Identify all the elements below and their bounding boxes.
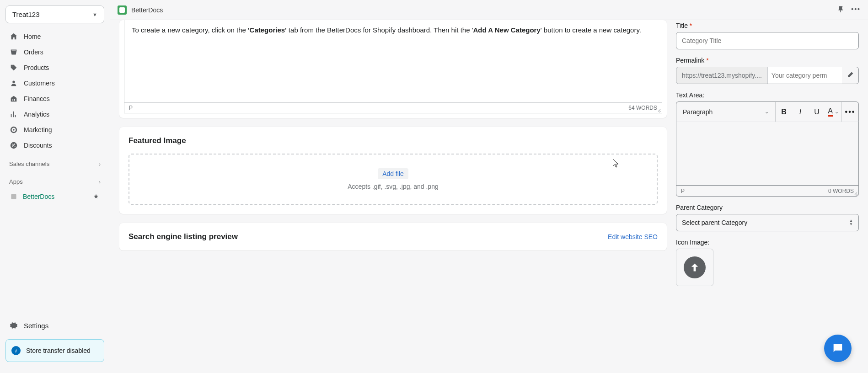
chat-fab[interactable] (824, 335, 852, 362)
nav-home-label: Home (24, 33, 41, 40)
seo-card: Search engine listing preview Edit websi… (119, 223, 667, 250)
resize-handle[interactable] (853, 191, 857, 195)
analytics-icon (9, 110, 18, 119)
nav-list: Home Orders Products Customers Finances … (0, 29, 110, 153)
nav-settings[interactable]: Settings (0, 317, 110, 334)
seo-edit-link[interactable]: Edit website SEO (608, 233, 658, 240)
resize-handle[interactable] (656, 107, 661, 112)
gear-icon (9, 321, 18, 330)
info-icon: i (11, 346, 21, 355)
upload-arrow-icon (684, 256, 706, 278)
nav-analytics[interactable]: Analytics (4, 107, 106, 122)
nav-marketing-label: Marketing (24, 126, 52, 133)
nav-app-label: BetterDocs (23, 193, 54, 200)
editor-body[interactable]: To create a new category, click on the '… (124, 20, 662, 102)
nav-apps[interactable]: Apps › (0, 171, 110, 189)
nav-apps-label: Apps (9, 178, 23, 185)
sidebar: Treat123 ▼ Home Orders Products Customer… (0, 0, 110, 373)
store-status-banner[interactable]: i Store transfer disabled (5, 339, 104, 362)
products-icon (9, 63, 18, 72)
icon-image-label: Icon Image: (676, 239, 859, 246)
parent-category-select[interactable]: Select parent Category ▲▼ (676, 214, 859, 231)
pencil-icon[interactable] (842, 71, 858, 80)
more-formatting-button[interactable]: ••• (842, 102, 858, 122)
featured-image-card: Featured Image Add file Accepts .gif, .s… (119, 127, 667, 214)
editor-text-mid: tab from the BetterDocs for Shopify dash… (287, 26, 473, 34)
nav-customers[interactable]: Customers (4, 75, 106, 91)
nav-app-betterdocs[interactable]: BetterDocs (0, 189, 110, 204)
nav-finances[interactable]: Finances (4, 91, 106, 107)
main: BetterDocs ••• To create a new category,… (110, 0, 868, 373)
discounts-icon (9, 141, 18, 150)
select-arrows-icon: ▲▼ (849, 219, 853, 226)
rte-format-value: Paragraph (683, 108, 713, 116)
chevron-down-icon: ⌄ (765, 109, 769, 115)
nav-products-label: Products (24, 64, 49, 71)
nav-sales-channels[interactable]: Sales channels › (0, 153, 110, 171)
chevron-down-icon: ▼ (92, 12, 97, 17)
rte-wordcount: 0 WORDS (828, 188, 854, 194)
permalink-label: Permalink * (676, 57, 859, 64)
bold-button[interactable]: B (776, 102, 792, 122)
editor-card: To create a new category, click on the '… (119, 20, 667, 118)
permalink-row: https://treat123.myshopify.... (676, 67, 859, 84)
permalink-prefix: https://treat123.myshopify.... (676, 67, 768, 84)
nav-finances-label: Finances (24, 95, 50, 102)
underline-button[interactable]: U (809, 102, 825, 122)
editor-text-bold2: Add A New Category (473, 26, 541, 34)
seo-title: Search engine listing preview (129, 232, 238, 241)
chevron-right-icon: › (99, 161, 101, 167)
editor-text-bold1: 'Categories' (248, 26, 287, 34)
editor-text-pre: To create a new category, click on the (132, 26, 248, 34)
text-color-button[interactable]: A⌄ (825, 102, 841, 122)
nav-customers-label: Customers (24, 80, 55, 87)
marketing-icon (9, 125, 18, 134)
rte-body[interactable] (676, 122, 859, 186)
italic-button[interactable]: I (792, 102, 809, 122)
app-icon (9, 192, 18, 201)
category-title-input[interactable] (676, 32, 859, 49)
topbar-title-text: BetterDocs (131, 6, 163, 14)
topbar: BetterDocs ••• (110, 0, 868, 20)
textarea-label: Text Area: (676, 91, 859, 99)
nav-products[interactable]: Products (4, 60, 106, 75)
add-file-button[interactable]: Add file (378, 168, 408, 179)
store-status-text: Store transfer disabled (26, 347, 91, 354)
featured-accepts: Accepts .gif, .svg, .jpg, and .png (143, 183, 643, 190)
nav-sales-label: Sales channels (9, 160, 49, 167)
editor-footer: P 64 WORDS (124, 102, 662, 113)
title-label: Title * (676, 22, 859, 29)
featured-image-dropzone[interactable]: Add file Accepts .gif, .svg, .jpg, and .… (129, 154, 658, 205)
customers-icon (9, 79, 18, 88)
right-panel: Title * Permalink * https://treat123.mys… (676, 20, 859, 364)
parent-category-label: Parent Category (676, 204, 859, 211)
rte-footer: P 0 WORDS (676, 186, 859, 197)
nav-home[interactable]: Home (4, 29, 106, 44)
finances-icon (9, 94, 18, 103)
nav-marketing[interactable]: Marketing (4, 122, 106, 138)
orders-icon (9, 48, 18, 57)
featured-image-title: Featured Image (129, 136, 658, 145)
nav-orders[interactable]: Orders (4, 44, 106, 60)
rte-toolbar: Paragraph ⌄ B I U A⌄ ••• (676, 101, 859, 122)
editor-wordcount: 64 WORDS (628, 105, 657, 111)
store-selector[interactable]: Treat123 ▼ (5, 5, 104, 23)
topbar-title: BetterDocs (118, 5, 163, 15)
home-icon (9, 32, 18, 41)
more-icon[interactable]: ••• (851, 5, 861, 14)
nav-discounts[interactable]: Discounts (4, 138, 106, 153)
store-name: Treat123 (12, 11, 39, 18)
rte-format-select[interactable]: Paragraph ⌄ (676, 102, 776, 122)
nav-settings-label: Settings (24, 322, 48, 330)
nav-discounts-label: Discounts (24, 142, 52, 149)
nav-orders-label: Orders (24, 48, 43, 56)
chat-icon (831, 342, 844, 355)
nav-analytics-label: Analytics (24, 111, 49, 118)
permalink-input[interactable] (768, 67, 842, 84)
svg-rect-0 (11, 194, 16, 199)
rte-path: P (681, 188, 685, 194)
parent-category-value: Select parent Category (682, 219, 747, 226)
pin-icon[interactable] (91, 192, 101, 201)
icon-image-upload[interactable] (676, 249, 713, 286)
pin-icon[interactable] (837, 5, 845, 14)
